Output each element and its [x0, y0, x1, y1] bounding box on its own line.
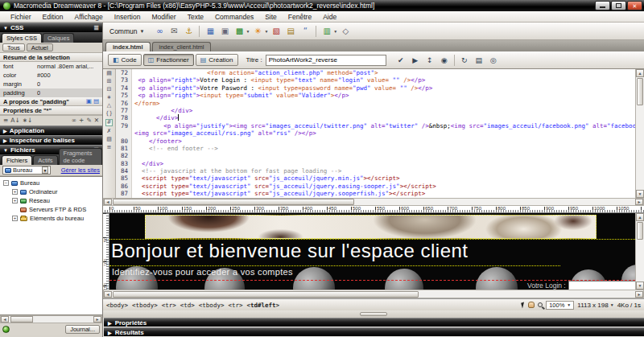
manage-sites-link[interactable]: Gérer les sites: [61, 166, 100, 174]
menu-site[interactable]: Site: [259, 13, 283, 21]
tag-selector-item[interactable]: <tr>: [162, 302, 176, 309]
menu-texte[interactable]: Texte: [182, 13, 209, 21]
collapse-full-tag-icon[interactable]: ⊞: [107, 79, 112, 84]
code-line[interactable]: 72 <form action="action_client.php" meth…: [116, 69, 635, 76]
menu-edition[interactable]: Edition: [37, 13, 69, 21]
email-link-icon[interactable]: ✉: [167, 25, 180, 37]
code-line[interactable]: 73 <p align="right">Votre Login : <input…: [116, 76, 635, 84]
tab-calques[interactable]: Calques: [43, 33, 75, 43]
show-category-view-icon[interactable]: ≡: [3, 117, 8, 124]
code-line[interactable]: 81 <!-- end footer -->: [116, 145, 635, 152]
check-page-icon[interactable]: ✔: [394, 54, 407, 66]
code-line[interactable]: 80 </footer>: [116, 138, 635, 145]
tag-selector-item[interactable]: <td#left>: [247, 302, 280, 309]
hand-tool-icon[interactable]: [528, 302, 535, 308]
media-icon[interactable]: ✳: [251, 25, 264, 37]
results-panel-header[interactable]: ▶Résultats: [104, 327, 644, 336]
design-view[interactable]: Bonjour et bienvenue sur l'espace client…: [109, 213, 635, 290]
templates-icon[interactable]: ▥: [320, 25, 333, 37]
images-icon[interactable]: ▩: [233, 25, 246, 37]
code-line[interactable]: 83 </div>: [116, 160, 635, 167]
collapse-selection-icon[interactable]: ⊟: [107, 87, 112, 92]
menu-modifier[interactable]: Modifier: [146, 13, 181, 21]
tree-item-serveurs-ftp-rds[interactable]: Serveurs FTP & RDS: [0, 205, 102, 214]
code-line[interactable]: 76</form>: [116, 100, 635, 107]
css-property-row[interactable]: padding0: [0, 88, 102, 97]
menu-fichier[interactable]: Fichier: [5, 13, 37, 21]
code-line[interactable]: 82: [116, 152, 635, 159]
preview-debug-icon[interactable]: ▶: [409, 54, 422, 66]
table-icon[interactable]: ▦: [204, 25, 217, 37]
highlight-invalid-icon[interactable]: ✗: [107, 129, 112, 134]
design-subheading[interactable]: Identifiez-vous pour acceder a vos compt…: [112, 267, 293, 277]
file-management-icon[interactable]: ↕: [423, 54, 436, 66]
tree-item-r-seau[interactable]: +Réseau: [0, 196, 102, 205]
maximize-button[interactable]: [611, 1, 626, 10]
window-size-select[interactable]: 1113 x 198▼: [577, 302, 613, 309]
show-set-properties-icon[interactable]: ∗↓: [23, 117, 33, 124]
journal-button[interactable]: Journal...: [65, 325, 100, 334]
about-code-icon[interactable]: ▤: [93, 98, 99, 105]
menu-commandes[interactable]: Commandes: [209, 13, 259, 21]
line-numbers-icon[interactable]: #: [105, 119, 114, 126]
server-include-icon[interactable]: ▤: [284, 25, 297, 37]
view-button-cr-ation[interactable]: ▤Création: [196, 54, 238, 66]
code-line[interactable]: 78 </div>: [116, 114, 635, 121]
design-h-scrollbar[interactable]: ◄►: [103, 290, 644, 298]
tag-selector-item[interactable]: <tbody>: [132, 302, 158, 309]
code-line[interactable]: 87 <script type="text/javascript" src="j…: [116, 190, 635, 197]
view-button-code[interactable]: ◧Code: [108, 54, 142, 66]
tab-actifs[interactable]: Actifs: [33, 155, 57, 165]
more-options-icon[interactable]: ≡: [107, 145, 112, 150]
tree-item-el-ments-du-bureau[interactable]: +Eléments du bureau: [0, 214, 102, 223]
banner-image[interactable]: [145, 215, 597, 239]
insert-category-dropdown[interactable]: Commun▼: [109, 27, 144, 35]
design-login-label[interactable]: Votre Login :: [527, 282, 566, 290]
code-line[interactable]: 79 <p align="justify"><img src="images_a…: [116, 122, 635, 129]
hyperlink-icon[interactable]: ∞: [153, 25, 166, 37]
document-title-input[interactable]: [266, 55, 386, 66]
code-line[interactable]: 86 <script type="text/javascript" src="j…: [116, 183, 635, 190]
insert-div-icon[interactable]: ▣: [218, 25, 231, 37]
tree-expander[interactable]: +: [12, 189, 18, 195]
syntax-coloring-icon[interactable]: ▨: [106, 137, 112, 142]
code-h-scrollbar[interactable]: ◄►: [103, 198, 644, 206]
tag-selector-item[interactable]: <tbody>: [199, 302, 225, 309]
doc-tab-index-client-html[interactable]: index_client.html: [152, 42, 212, 51]
visual-aids-icon[interactable]: ◎: [487, 54, 500, 66]
refresh-icon[interactable]: ↻: [458, 54, 471, 66]
code-line[interactable]: 85 <script type="text/javascript" src="j…: [116, 175, 635, 182]
code-line[interactable]: <img src="images_acceuil/rss.png" alt="r…: [116, 129, 635, 137]
named-anchor-icon[interactable]: ⚓: [182, 25, 195, 37]
attach-stylesheet-icon[interactable]: ∞: [72, 117, 76, 124]
templates-icon-dropdown[interactable]: ▼: [333, 29, 337, 34]
panel-options-icon[interactable]: ≣: [93, 24, 99, 31]
show-list-view-icon[interactable]: A↓: [10, 117, 19, 124]
tag-selector-item[interactable]: <body>: [106, 302, 128, 309]
menu-aide[interactable]: Aide: [317, 13, 342, 21]
tree-expander[interactable]: −: [3, 180, 9, 186]
filter-tous[interactable]: Tous: [2, 43, 25, 51]
preview-browser-icon[interactable]: ◉: [438, 54, 451, 66]
date-icon[interactable]: ▧: [270, 25, 283, 37]
files-h-scrollbar[interactable]: ◄►: [0, 315, 102, 323]
images-icon-dropdown[interactable]: ▼: [246, 29, 250, 34]
design-heading[interactable]: Bonjour et bienvenue sur l'espace client: [111, 240, 469, 261]
select-parent-tag-icon[interactable]: △: [107, 103, 111, 109]
design-login-input[interactable]: [568, 281, 635, 290]
close-button[interactable]: ✕: [627, 1, 642, 10]
tree-expander[interactable]: +: [12, 198, 18, 203]
view-options-icon[interactable]: ▤: [473, 54, 485, 66]
design-v-scrollbar[interactable]: ▲▼: [635, 213, 644, 290]
css-property-row[interactable]: margin0: [0, 80, 102, 88]
tree-item-bureau[interactable]: −Bureau: [0, 179, 102, 187]
tab-styles-css[interactable]: Styles CSS: [2, 33, 42, 43]
zoom-level-select[interactable]: 100%▼: [546, 301, 574, 310]
delete-css-icon[interactable]: ✕: [94, 117, 99, 124]
panel-splitter[interactable]: [103, 310, 644, 318]
code-line[interactable]: 74 <p align="right">Votre Pasword : <inp…: [116, 84, 635, 92]
minimize-button[interactable]: [595, 1, 610, 10]
balance-braces-icon[interactable]: {}: [105, 111, 113, 117]
edit-style-icon[interactable]: ✎: [86, 117, 91, 124]
new-css-rule-icon[interactable]: +: [79, 117, 84, 124]
